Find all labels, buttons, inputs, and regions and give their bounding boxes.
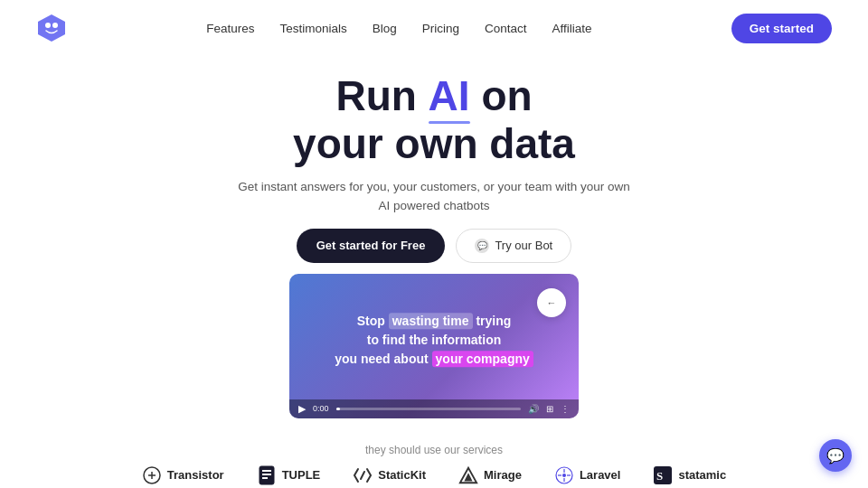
more-options-icon[interactable]: ⋮: [561, 404, 570, 414]
transistor-label: Transistor: [167, 468, 224, 482]
video-player[interactable]: Stop wasting time trying to find the inf…: [289, 274, 579, 418]
video-line1-suffix: trying: [473, 314, 512, 328]
video-controls: ▶ 0:00 🔊 ⊞ ⋮: [289, 399, 579, 418]
laravel-label: Laravel: [580, 468, 621, 482]
transistor-icon: [142, 465, 162, 485]
nav-affiliate[interactable]: Affiliate: [552, 22, 592, 35]
svg-marker-0: [38, 14, 65, 42]
chat-widget-button[interactable]: 💬: [819, 439, 852, 472]
video-time: 0:00: [313, 404, 329, 413]
svg-point-1: [45, 23, 51, 28]
svg-rect-8: [262, 474, 271, 475]
svg-point-2: [52, 23, 58, 28]
hero-title-line2: your own data: [293, 120, 575, 167]
nav-features[interactable]: Features: [206, 22, 254, 35]
hero-buttons: Get started for Free 💬 Try our Bot: [18, 229, 850, 263]
tuple-icon: [257, 465, 277, 485]
logo-tuple: TUPLE: [257, 465, 321, 485]
statamic-label: statamic: [678, 468, 726, 482]
logos-section: they should use our services Transistor …: [0, 444, 868, 485]
mirage-label: Mirage: [484, 468, 522, 482]
nav-blog[interactable]: Blog: [373, 22, 397, 35]
tuple-label: TUPLE: [282, 468, 321, 482]
video-text: Stop wasting time trying to find the inf…: [304, 312, 564, 369]
logo-icon: [36, 13, 67, 43]
logo[interactable]: [36, 13, 67, 43]
get-started-free-button[interactable]: Get started for Free: [297, 229, 446, 263]
hero-ai-text: AI: [429, 72, 470, 120]
logos-row: Transistor TUPLE StaticKit Mirage: [0, 465, 868, 485]
logo-laravel: Laravel: [554, 465, 621, 485]
statickit-label: StaticKit: [378, 468, 426, 482]
hero-section: Run AI on your own data Get instant answ…: [0, 56, 868, 427]
nav-pricing[interactable]: Pricing: [422, 22, 459, 35]
try-bot-button[interactable]: 💬 Try our Bot: [456, 229, 571, 263]
laravel-icon: [554, 465, 574, 485]
nav-links: Features Testimonials Blog Pricing Conta…: [206, 22, 591, 35]
logo-statamic: S statamic: [653, 465, 726, 485]
chat-widget-icon: 💬: [826, 447, 844, 465]
video-highlight-company: your compagny: [432, 351, 533, 367]
video-line3-prefix: you need about: [335, 352, 431, 366]
logos-caption: they should use our services: [0, 444, 868, 456]
volume-icon[interactable]: 🔊: [528, 404, 539, 414]
logo-transistor: Transistor: [142, 465, 224, 485]
video-line1-prefix: Stop: [357, 314, 389, 328]
nav-contact[interactable]: Contact: [485, 22, 527, 35]
svg-line-10: [361, 472, 364, 479]
play-button[interactable]: ▶: [298, 403, 306, 415]
navbar: Features Testimonials Blog Pricing Conta…: [0, 0, 868, 56]
logo-mirage: Mirage: [458, 465, 522, 485]
progress-bar[interactable]: [336, 408, 521, 410]
video-highlight-wasting: wasting time: [389, 313, 473, 329]
nav-cta-button[interactable]: Get started: [731, 14, 832, 43]
mirage-icon: [458, 465, 478, 485]
expand-icon[interactable]: ⊞: [546, 404, 553, 414]
video-line2: to find the information: [304, 331, 564, 350]
hero-title-suffix: on: [470, 72, 533, 119]
hero-title-prefix: Run: [335, 72, 428, 119]
statamic-icon: S: [653, 465, 673, 485]
hero-subtitle: Get instant answers for you, your custom…: [18, 177, 850, 216]
logo-statickit: StaticKit: [353, 465, 426, 485]
svg-rect-9: [262, 477, 268, 479]
statickit-icon: [353, 465, 373, 485]
svg-text:S: S: [656, 469, 663, 483]
svg-rect-7: [262, 470, 271, 472]
progress-fill: [336, 408, 340, 410]
svg-point-13: [562, 474, 566, 477]
video-bubble: ←: [537, 288, 566, 317]
nav-testimonials[interactable]: Testimonials: [279, 22, 346, 35]
hero-title: Run AI on your own data: [18, 72, 850, 168]
chat-icon-small: 💬: [475, 239, 489, 253]
ai-underline: [429, 121, 470, 124]
